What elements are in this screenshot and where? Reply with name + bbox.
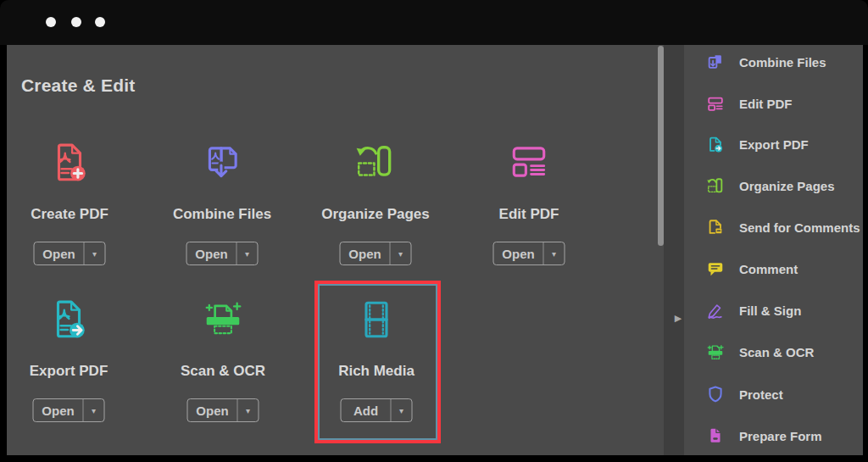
add-button[interactable]: Add ▾ bbox=[341, 398, 413, 422]
window-control-dot[interactable] bbox=[95, 17, 105, 27]
sidebar-item-label: Export PDF bbox=[739, 137, 809, 152]
tile-label: Organize Pages bbox=[314, 206, 437, 223]
sidebar-item-scan-ocr[interactable]: Scan & OCR bbox=[706, 341, 814, 363]
sidebar-item-organize-pages[interactable]: Organize Pages bbox=[706, 175, 835, 197]
home-tools-panel: Create & Edit Create PDF Open ▾ bbox=[7, 45, 863, 455]
edit-pdf-icon bbox=[706, 94, 725, 113]
open-button[interactable]: Open ▾ bbox=[340, 242, 412, 265]
tile-export-pdf: Export PDF Open ▾ bbox=[7, 295, 131, 446]
sidebar-item-label: Scan & OCR bbox=[739, 345, 814, 359]
tile-label: Combine Files bbox=[160, 206, 284, 223]
export-pdf-icon bbox=[706, 135, 725, 153]
scan-ocr-icon bbox=[161, 298, 285, 341]
combine-files-icon bbox=[706, 53, 725, 71]
fill-sign-icon bbox=[706, 301, 725, 320]
tile-edit-pdf: Edit PDF Open ▾ bbox=[467, 138, 591, 289]
sidebar-item-prepare-form[interactable]: Prepare Form bbox=[706, 425, 822, 447]
sidebar-item-protect[interactable]: Protect bbox=[706, 383, 783, 405]
tile-combine-files: Combine Files Open ▾ bbox=[160, 138, 284, 289]
sidebar-item-fill-sign[interactable]: Fill & Sign bbox=[706, 299, 801, 321]
prepare-form-icon bbox=[706, 426, 725, 445]
dropdown-arrow-icon[interactable]: ▾ bbox=[83, 399, 104, 421]
window-control-dot[interactable] bbox=[46, 17, 56, 27]
open-button[interactable]: Open ▾ bbox=[187, 398, 259, 422]
tile-rich-media: Rich Media Add ▾ bbox=[314, 295, 438, 446]
tile-label: Rich Media bbox=[314, 363, 438, 380]
sidebar-item-label: Combine Files bbox=[739, 55, 826, 70]
sidebar-item-label: Send for Comments bbox=[739, 220, 860, 235]
titlebar bbox=[0, 0, 868, 45]
dropdown-arrow-icon[interactable]: ▾ bbox=[237, 399, 259, 421]
sidebar-item-label: Organize Pages bbox=[739, 179, 835, 193]
send-for-comments-icon bbox=[706, 218, 725, 237]
sidebar-item-label: Protect bbox=[739, 387, 783, 402]
rich-media-icon bbox=[314, 298, 438, 341]
tile-label: Edit PDF bbox=[467, 206, 591, 223]
open-button[interactable]: Open ▾ bbox=[186, 242, 259, 265]
sidebar-item-label: Prepare Form bbox=[739, 429, 822, 443]
combine-files-icon bbox=[160, 142, 284, 184]
vertical-scrollbar-thumb[interactable] bbox=[658, 46, 664, 246]
tools-sidebar: Combine Files Edit PDF bbox=[684, 45, 863, 455]
sidebar-item-export-pdf[interactable]: Export PDF bbox=[706, 133, 809, 155]
organize-pages-icon bbox=[314, 142, 437, 184]
tile-organize-pages: Organize Pages Open ▾ bbox=[314, 138, 437, 289]
page-title: Create & Edit bbox=[21, 75, 135, 96]
dropdown-arrow-icon[interactable]: ▾ bbox=[543, 242, 565, 264]
dropdown-arrow-icon[interactable]: ▾ bbox=[84, 242, 105, 264]
window-frame: Create & Edit Create PDF Open ▾ bbox=[0, 0, 868, 462]
dropdown-arrow-icon[interactable]: ▾ bbox=[391, 399, 412, 421]
window-control-dot[interactable] bbox=[71, 17, 81, 27]
create-pdf-icon bbox=[8, 142, 131, 184]
sidebar-item-send-for-comments[interactable]: Send for Comments bbox=[706, 216, 860, 238]
export-pdf-icon bbox=[7, 298, 131, 341]
tile-label: Scan & OCR bbox=[161, 363, 285, 380]
sidebar-item-edit-pdf[interactable]: Edit PDF bbox=[706, 92, 793, 114]
open-button[interactable]: Open ▾ bbox=[34, 242, 106, 265]
open-button[interactable]: Open ▾ bbox=[33, 398, 105, 422]
tile-scan-ocr: Scan & OCR Open ▾ bbox=[161, 295, 285, 446]
sidebar-item-comment[interactable]: Comment bbox=[706, 258, 798, 280]
open-button[interactable]: Open ▾ bbox=[493, 242, 565, 265]
sidebar-item-label: Fill & Sign bbox=[739, 303, 801, 318]
panel-divider bbox=[664, 45, 684, 455]
tile-label: Create PDF bbox=[8, 206, 131, 223]
organize-pages-icon bbox=[706, 176, 725, 195]
scan-ocr-icon bbox=[706, 342, 725, 361]
comment-icon bbox=[706, 259, 725, 278]
protect-shield-icon bbox=[706, 385, 725, 404]
panel-collapse-arrow-icon[interactable]: ▶ bbox=[671, 311, 685, 325]
tile-label: Export PDF bbox=[7, 363, 131, 380]
dropdown-arrow-icon[interactable]: ▾ bbox=[390, 242, 411, 264]
sidebar-item-label: Comment bbox=[739, 262, 798, 276]
dropdown-arrow-icon[interactable]: ▾ bbox=[236, 242, 258, 264]
edit-pdf-icon bbox=[467, 142, 591, 184]
tile-create-pdf: Create PDF Open ▾ bbox=[8, 138, 131, 289]
sidebar-item-label: Edit PDF bbox=[739, 97, 793, 111]
sidebar-item-combine-files[interactable]: Combine Files bbox=[706, 51, 826, 73]
